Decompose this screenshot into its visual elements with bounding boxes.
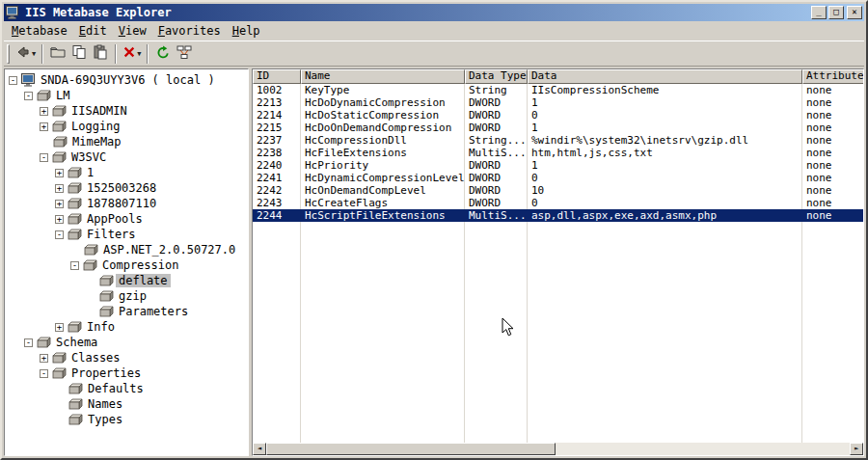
tree-item-iisadmin[interactable]: +IISADMIN bbox=[5, 103, 248, 119]
chevron-down-icon[interactable]: ▼ bbox=[32, 50, 36, 58]
expand-toggle-icon[interactable]: + bbox=[55, 184, 64, 193]
tree-item-names[interactable]: Names bbox=[5, 396, 248, 412]
horizontal-scrollbar[interactable]: ◄ ► bbox=[253, 443, 863, 455]
key-icon bbox=[99, 306, 116, 318]
tree-item-deflate[interactable]: deflate bbox=[5, 273, 248, 288]
expand-toggle-icon[interactable]: + bbox=[55, 169, 64, 177]
back-icon bbox=[15, 44, 31, 63]
cell-id: 2214 bbox=[253, 109, 301, 122]
tree-item-1[interactable]: +1 bbox=[5, 165, 248, 180]
collapse-toggle-icon[interactable]: - bbox=[9, 76, 17, 85]
cell-name: KeyType bbox=[301, 84, 465, 96]
tree-item-mimemap[interactable]: MimeMap bbox=[5, 134, 248, 149]
cell-type: DWORD bbox=[465, 109, 528, 122]
tree-item-compression[interactable]: -Compression bbox=[5, 257, 248, 273]
tree-item-gzip[interactable]: gzip bbox=[5, 288, 248, 304]
menu-metabase[interactable]: Metabase bbox=[8, 22, 75, 40]
tree-item-snda-69q3uyy3v6-local[interactable]: -SNDA-69Q3UYY3V6 ( local ) bbox=[5, 72, 248, 88]
cell-attributes: none bbox=[802, 209, 863, 222]
table-row[interactable]: 2240HcPriorityDWORD1none bbox=[253, 159, 863, 172]
table-row[interactable]: 2243HcCreateFlagsDWORD0none bbox=[253, 197, 863, 209]
tree-item-classes[interactable]: +Classes bbox=[5, 350, 248, 365]
chevron-down-icon[interactable]: ▼ bbox=[137, 50, 141, 58]
tree-item-label: gzip bbox=[116, 289, 149, 303]
table-row[interactable]: 2213HcDoDynamicCompressionDWORD1none bbox=[253, 96, 863, 109]
table-row[interactable]: 2214HcDoStaticCompressionDWORD0none bbox=[253, 109, 863, 122]
tree-item-w3svc[interactable]: -W3SVC bbox=[5, 149, 248, 165]
metabase-tree: -SNDA-69Q3UYY3V6 ( local )-LM+IISADMIN+L… bbox=[4, 68, 249, 456]
collapse-toggle-icon[interactable]: - bbox=[55, 230, 64, 239]
column-header-id[interactable]: ID bbox=[253, 69, 301, 84]
collapse-toggle-icon[interactable]: - bbox=[24, 338, 33, 347]
cell-attributes: none bbox=[802, 172, 863, 184]
expand-toggle-icon[interactable]: + bbox=[40, 122, 48, 131]
scrollbar-thumb[interactable] bbox=[266, 443, 556, 455]
copy-button[interactable] bbox=[68, 43, 90, 65]
table-row[interactable]: 1002KeyTypeStringIIsCompressionSchemenon… bbox=[253, 84, 863, 96]
table-row[interactable]: 2241HcDynamicCompressionLevelDWORD0none bbox=[253, 172, 863, 184]
column-header-name[interactable]: Name bbox=[301, 69, 465, 84]
column-header-data-type[interactable]: Data Type bbox=[465, 69, 528, 84]
tree-item-filters[interactable]: -Filters bbox=[5, 227, 248, 242]
menu-help[interactable]: Help bbox=[229, 22, 268, 40]
table-row[interactable]: 2237HcCompressionDllString...%windir%\sy… bbox=[253, 134, 863, 147]
tree-item-1878807110[interactable]: +1878807110 bbox=[5, 196, 248, 211]
list-header: IDNameData TypeDataAttributes bbox=[253, 69, 863, 84]
cell-name: HcOnDemandCompLevel bbox=[301, 184, 465, 197]
tree-item-asp-net-2-0-50727-0[interactable]: ASP.NET_2.0.50727.0 bbox=[5, 242, 248, 257]
menu-favorites[interactable]: Favorites bbox=[154, 22, 229, 40]
tree-item-info[interactable]: +Info bbox=[5, 319, 248, 335]
refresh-button[interactable] bbox=[152, 43, 174, 65]
collapse-toggle-icon[interactable]: - bbox=[40, 153, 48, 162]
expand-toggle-icon[interactable]: + bbox=[55, 323, 64, 332]
menu-view[interactable]: View bbox=[115, 22, 154, 40]
tree-item-defaults[interactable]: Defaults bbox=[5, 381, 248, 396]
list-body: 1002KeyTypeStringIIsCompressionSchemenon… bbox=[253, 84, 863, 443]
connect-button[interactable] bbox=[174, 43, 195, 65]
key-icon bbox=[99, 290, 116, 303]
delete-button[interactable]: ▼ bbox=[121, 43, 143, 65]
menu-edit[interactable]: Edit bbox=[75, 22, 115, 40]
tree-item-label: IISADMIN bbox=[68, 104, 130, 118]
scrollbar-track[interactable] bbox=[556, 443, 850, 455]
paste-button[interactable] bbox=[90, 43, 111, 65]
cell-id: 2243 bbox=[253, 197, 301, 209]
column-header-attributes[interactable]: Attributes bbox=[802, 69, 864, 84]
expand-toggle-icon[interactable]: + bbox=[40, 354, 48, 363]
tree-item-parameters[interactable]: Parameters bbox=[5, 304, 248, 319]
table-row[interactable]: 2238HcFileExtensionsMultiS...htm,html,js… bbox=[253, 147, 863, 159]
paste-icon bbox=[93, 44, 108, 63]
tree-item-apppools[interactable]: +AppPools bbox=[5, 211, 248, 227]
toolbar-grip[interactable] bbox=[7, 44, 10, 64]
column-header-data[interactable]: Data bbox=[528, 69, 802, 84]
cell-id: 1002 bbox=[253, 84, 301, 96]
collapse-toggle-icon[interactable]: - bbox=[70, 261, 79, 270]
maximize-button[interactable]: □ bbox=[828, 6, 844, 19]
tree-item-label: LM bbox=[53, 89, 72, 102]
tree-item-types[interactable]: Types bbox=[5, 412, 248, 427]
expand-toggle-icon[interactable]: + bbox=[55, 215, 64, 224]
tree-item-label: AppPools bbox=[84, 212, 146, 226]
table-row[interactable]: 2215HcDoOnDemandCompressionDWORD1none bbox=[253, 122, 863, 134]
collapse-toggle-icon[interactable]: - bbox=[24, 92, 33, 100]
tree-item-schema[interactable]: -Schema bbox=[5, 335, 248, 350]
collapse-toggle-icon[interactable]: - bbox=[40, 369, 48, 378]
new-key-button[interactable] bbox=[47, 43, 68, 65]
tree-item-lm[interactable]: -LM bbox=[5, 88, 248, 103]
table-row[interactable]: 2244HcScriptFileExtensionsMultiS...asp,d… bbox=[253, 209, 863, 222]
tree-item-logging[interactable]: +Logging bbox=[5, 119, 248, 134]
cell-attributes: none bbox=[802, 197, 863, 209]
table-row[interactable]: 2242HcOnDemandCompLevelDWORD10none bbox=[253, 184, 863, 197]
back-button[interactable]: ▼ bbox=[14, 43, 38, 65]
expand-toggle-icon[interactable]: + bbox=[40, 107, 48, 116]
title-bar[interactable]: IIS Metabase Explorer _ □ ✕ bbox=[4, 4, 864, 21]
scroll-right-button[interactable]: ► bbox=[850, 443, 863, 455]
expand-toggle-icon[interactable]: + bbox=[55, 200, 64, 208]
minimize-button[interactable]: _ bbox=[811, 6, 827, 19]
scroll-left-button[interactable]: ◄ bbox=[253, 443, 266, 455]
tree-item-1525003268[interactable]: +1525003268 bbox=[5, 180, 248, 196]
tree-item-label: Defaults bbox=[85, 382, 147, 395]
tree-item-label: Logging bbox=[68, 120, 123, 133]
tree-item-properties[interactable]: -Properties bbox=[5, 365, 248, 381]
close-button[interactable]: ✕ bbox=[847, 6, 862, 19]
